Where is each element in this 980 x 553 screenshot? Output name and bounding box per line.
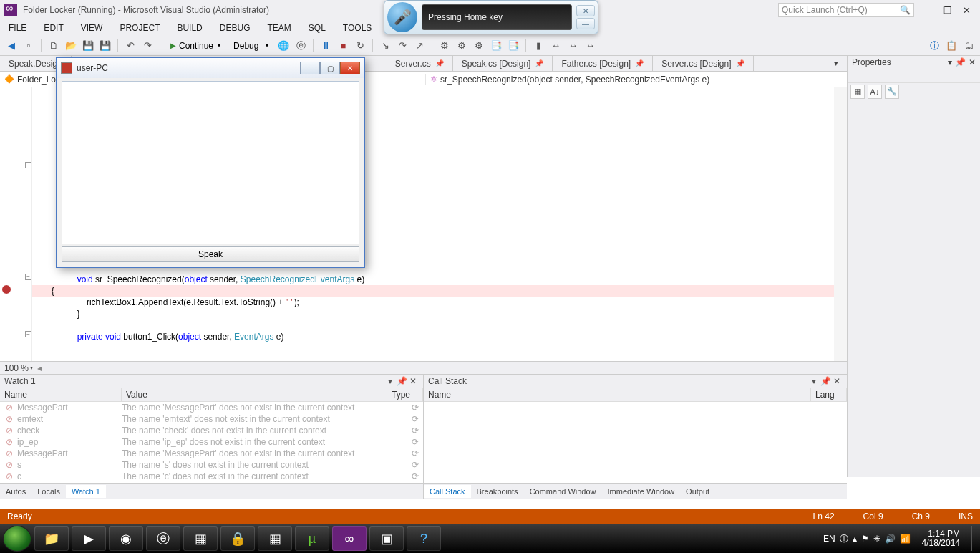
tab-output[interactable]: Output <box>680 485 715 498</box>
watch-row[interactable]: MessagePartThe name 'MessagePart' does n… <box>0 448 423 459</box>
pin-icon[interactable]: 📌 <box>635 59 644 67</box>
restart-icon[interactable]: ↻ <box>353 39 367 53</box>
tab-immediate[interactable]: Immediate Window <box>602 485 681 498</box>
fold-icon[interactable]: − <box>25 331 31 337</box>
doc-tab[interactable]: Server.cs📌 <box>387 56 453 71</box>
pin-icon[interactable]: 📌 <box>736 59 744 67</box>
userpc-window[interactable]: user-PC — ▢ ✕ Speak <box>56 57 365 268</box>
ie-icon[interactable]: ⓔ <box>293 39 308 53</box>
close-icon[interactable]: ✕ <box>969 57 976 67</box>
clock[interactable]: 1:14 PM 4/18/2014 <box>915 529 967 548</box>
tool-icon[interactable]: 📑 <box>506 39 520 53</box>
open-icon[interactable]: 📂 <box>64 39 78 53</box>
tray-icon[interactable]: ✳ <box>873 534 880 544</box>
taskbar-chrome[interactable]: ◉ <box>109 526 143 551</box>
tab-command[interactable]: Command Window <box>524 485 602 498</box>
speech-close-icon[interactable]: ✕ <box>576 5 595 16</box>
flag-icon[interactable]: ⚑ <box>861 534 869 544</box>
dropdown-icon[interactable]: ▾ <box>808 376 820 386</box>
breadcrumb-class[interactable]: 🔶Folder_Lo <box>0 74 60 85</box>
tool-icon[interactable]: 🗂 <box>961 39 976 53</box>
tray-icon[interactable]: ▴ <box>853 534 857 544</box>
pin-icon[interactable]: 📌 <box>435 59 444 67</box>
userpc-titlebar[interactable]: user-PC — ▢ ✕ <box>57 58 364 78</box>
categorize-icon[interactable]: ▦ <box>850 85 865 99</box>
taskbar-app[interactable]: 🔒 <box>220 526 255 551</box>
restore-button[interactable]: ❐ <box>938 3 957 17</box>
menu-view[interactable]: VIEW <box>78 21 106 34</box>
network-icon[interactable]: 📶 <box>900 534 911 544</box>
pause-icon[interactable]: ⏸ <box>319 39 333 53</box>
richtextbox[interactable] <box>62 81 359 244</box>
col-type[interactable]: Type <box>387 388 423 401</box>
undo-icon[interactable]: ↶ <box>123 39 137 53</box>
step-out-icon[interactable]: ↗ <box>412 39 427 53</box>
editor-gutter[interactable]: − − − <box>0 87 32 361</box>
close-icon[interactable]: ✕ <box>407 376 419 386</box>
taskbar-ie[interactable]: ⓔ <box>146 526 180 551</box>
menu-project[interactable]: PROJECT <box>117 21 162 34</box>
nav-fwd-icon[interactable]: ▫ <box>21 39 36 53</box>
quick-launch-input[interactable]: Quick Launch (Ctrl+Q) 🔍 <box>778 3 914 17</box>
watch-row[interactable]: cThe name 'c' does not exist in the curr… <box>0 471 423 482</box>
tab-overflow-icon[interactable]: ▾ <box>825 56 847 71</box>
doc-tab[interactable]: Speak.cs [Design]📌 <box>453 56 553 71</box>
scroll-left-icon[interactable]: ◂ <box>37 363 42 373</box>
watch-row[interactable]: checkThe name 'check' does not exist in … <box>0 425 423 436</box>
properties-header[interactable]: Properties ▾ 📌 ✕ <box>848 56 980 69</box>
minimize-button[interactable]: ― <box>920 3 938 17</box>
taskbar-help[interactable]: ? <box>407 526 441 551</box>
menu-build[interactable]: BUILD <box>174 21 205 34</box>
doc-tab[interactable]: Server.cs [Design]📌 <box>653 56 753 71</box>
step-into-icon[interactable]: ↘ <box>378 39 392 53</box>
pin-icon[interactable]: 📌 <box>535 59 543 67</box>
taskbar-app[interactable]: ▦ <box>258 526 292 551</box>
pin-icon[interactable]: 📌 <box>955 57 966 67</box>
tab-breakpoints[interactable]: Breakpoints <box>471 485 524 498</box>
microphone-icon[interactable]: 🎤 <box>387 2 417 32</box>
continue-button[interactable]: ▶ Continue▾ <box>165 40 225 52</box>
taskbar-app[interactable]: ▦ <box>183 526 218 551</box>
maximize-button[interactable]: ▢ <box>320 62 340 74</box>
doc-tab[interactable]: Father.cs [Design]📌 <box>553 56 653 71</box>
save-all-icon[interactable]: 💾 <box>98 39 112 53</box>
stop-icon[interactable]: ■ <box>336 39 350 53</box>
menu-edit[interactable]: EDIT <box>41 21 66 34</box>
properties-object-dropdown[interactable] <box>848 69 980 83</box>
watch-row[interactable]: emtextThe name 'emtext' does not exist i… <box>0 413 423 425</box>
breadcrumb-member[interactable]: ⚛sr_SpeechRecognized(object sender, Spee… <box>425 74 847 85</box>
nav-back-icon[interactable]: ◀ <box>4 39 19 53</box>
taskbar-vs[interactable]: ∞ <box>332 526 367 551</box>
redo-icon[interactable]: ↷ <box>140 39 155 53</box>
dropdown-icon[interactable]: ▾ <box>384 376 396 386</box>
menu-team[interactable]: TEAM <box>264 21 293 34</box>
info-icon[interactable]: ⓘ <box>927 39 941 53</box>
start-button[interactable] <box>3 526 31 552</box>
lang-indicator[interactable]: EN <box>823 534 835 544</box>
taskbar-mediaplayer[interactable]: ▶ <box>72 526 106 551</box>
speech-recognition-widget[interactable]: 🎤 Pressing Home key ✕ — <box>384 0 598 34</box>
tab-callstack[interactable]: Call Stack <box>424 485 471 498</box>
close-button[interactable]: ✕ <box>957 3 976 17</box>
speech-min-icon[interactable]: — <box>576 18 595 29</box>
watch-row[interactable]: MessagePartThe name 'MessagePart' does n… <box>0 402 423 413</box>
speak-button[interactable]: Speak <box>62 246 359 262</box>
config-dropdown[interactable]: Debug▾ <box>228 40 273 52</box>
help-icon[interactable]: ⓘ <box>840 533 848 545</box>
breakpoint-icon[interactable] <box>2 285 11 294</box>
tab-autos[interactable]: Autos <box>0 485 31 498</box>
volume-icon[interactable]: 🔊 <box>885 534 896 544</box>
dropdown-icon[interactable]: ▾ <box>948 57 952 67</box>
col-value[interactable]: Value <box>122 388 387 401</box>
watch-row[interactable]: ip_epThe name 'ip_ep' does not exist in … <box>0 436 423 448</box>
tool-icon[interactable]: ▮ <box>531 39 545 53</box>
menu-tools[interactable]: TOOLS <box>340 21 374 34</box>
tool-icon[interactable]: 📋 <box>944 39 959 53</box>
col-name[interactable]: Name <box>424 388 811 401</box>
pin-icon[interactable]: 📌 <box>820 376 831 386</box>
menu-debug[interactable]: DEBUG <box>217 21 253 34</box>
menu-sql[interactable]: SQL <box>306 21 329 34</box>
callstack-header[interactable]: Call Stack ▾ 📌 ✕ <box>424 375 847 388</box>
tab-locals[interactable]: Locals <box>31 485 66 498</box>
browser-icon[interactable]: 🌐 <box>276 39 291 53</box>
